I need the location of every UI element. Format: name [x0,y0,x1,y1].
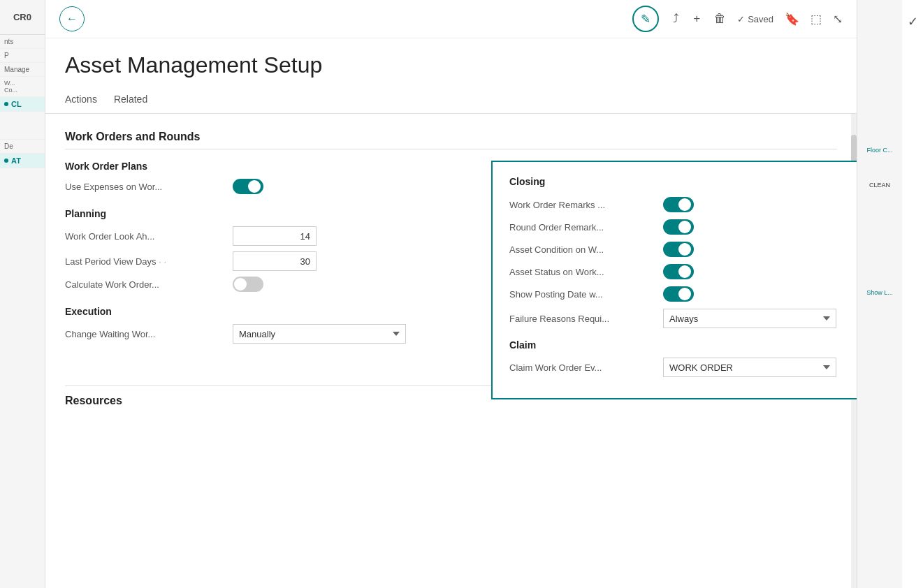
modal-pane: ← ✎ ⤴ + 🗑 ✓ Saved [45,0,857,588]
work-order-plans-section: Work Order Plans Use Expenses on Wor... [65,161,484,194]
share-icon: ⤴ [673,12,679,26]
bg-nav-dot-cl [4,102,8,106]
calculate-work-order-knob [234,278,247,291]
use-expenses-label: Use Expenses on Wor... [65,182,233,192]
failure-reasons-value: Always Never Optional [663,309,857,328]
share-button[interactable]: ⤴ [673,12,679,26]
asset-condition-knob [678,243,691,256]
claim-work-order-label: Claim Work Order Ev... [509,362,663,373]
work-order-look-ah-input[interactable] [233,226,317,246]
claim-work-order-value: WORK ORDER CLAIM [663,358,857,377]
bg-nav-row-1: nts [0,35,45,49]
bg-nav-row-wo: W...Co... [0,77,45,97]
asset-condition-field: Asset Condition on W... [509,242,857,257]
delete-icon: 🗑 [714,12,726,26]
bookmark-button[interactable]: 🔖 [785,12,799,27]
failure-reasons-select[interactable]: Always Never Optional [663,309,836,328]
closing-panel: Closing Work Order Remarks ... Round Ord… [491,161,857,399]
last-period-view-days-value [233,251,484,271]
asset-condition-toggle[interactable] [663,242,694,257]
work-order-look-ah-label: Work Order Look Ah... [65,231,233,242]
tab-actions[interactable]: Actions [65,87,97,113]
bg-nav-row-at[interactable]: AT [0,154,45,168]
execution-section: Execution Change Waiting Wor... Manually… [65,306,484,344]
claim-work-order-field: Claim Work Order Ev... WORK ORDER CLAIM [509,358,857,377]
far-right-check: ✓ [902,0,923,588]
asset-condition-label: Asset Condition on W... [509,244,663,255]
content-area: Work Orders and Rounds Work Order Plans … [45,114,857,588]
asset-status-toggle[interactable] [663,264,694,279]
saved-indicator: ✓ Saved [737,14,773,24]
claim-work-order-select[interactable]: WORK ORDER CLAIM [663,358,836,377]
app-wrapper: CR0 nts P Manage W...Co... CL De AT [0,0,923,588]
tab-nav: Actions Related [45,87,857,114]
change-waiting-wor-field: Change Waiting Wor... Manually Automatic… [65,324,484,344]
asset-status-field: Asset Status on Work... [509,264,857,279]
saved-label: Saved [748,14,773,24]
show-posting-date-field: Show Posting Date w... [509,286,857,302]
work-order-remarks-label: Work Order Remarks ... [509,200,663,210]
page-title-area: Asset Management Setup [45,38,857,87]
show-posting-date-toggle[interactable] [663,286,694,302]
bg-right-item-clean: CLEAN [860,179,899,191]
show-posting-date-label: Show Posting Date w... [509,289,663,300]
calculate-work-order-label: Calculate Work Order... [65,279,233,290]
last-period-view-days-field: Last Period View Days · · [65,251,484,271]
asset-status-label: Asset Status on Work... [509,267,663,277]
bg-right-spacer-2 [860,197,899,281]
edit-button[interactable]: ✎ [632,6,659,32]
bg-nav-label-wo: W...Co... [4,80,17,94]
bg-logo-area: CR0 [0,0,45,35]
open-new-button[interactable]: ⬚ [811,12,822,27]
change-waiting-wor-select[interactable]: Manually Automatically [233,324,406,344]
round-order-remark-toggle[interactable] [663,219,694,235]
asset-condition-value [663,242,857,257]
change-waiting-wor-label: Change Waiting Wor... [65,329,233,339]
calculate-work-order-field: Calculate Work Order... [65,277,484,292]
expand-icon: ⤡ [833,12,843,27]
open-new-icon: ⬚ [811,12,822,27]
back-icon: ← [66,13,78,25]
back-button[interactable]: ← [59,6,85,31]
bg-nav-row-empty [0,112,45,140]
failure-reasons-label: Failure Reasons Requi... [509,314,663,324]
round-order-remark-field: Round Order Remark... [509,219,857,235]
planning-heading: Planning [65,208,484,219]
far-checkmark-icon: ✓ [908,14,918,29]
claim-section: Claim Claim Work Order Ev... WORK ORDER … [509,339,857,377]
work-order-look-ah-value [233,226,484,246]
bg-logo: CR0 [13,12,31,22]
form-left-column: Work Order Plans Use Expenses on Wor... [65,161,498,358]
work-order-plans-heading: Work Order Plans [65,161,484,172]
bg-nav-row-manage: Manage [0,63,45,77]
round-order-remark-knob [678,221,691,233]
bg-nav-label-manage: Manage [4,66,29,73]
use-expenses-toggle[interactable] [233,179,263,194]
round-order-remark-label: Round Order Remark... [509,222,663,233]
bg-right-item-show-l[interactable]: Show L... [860,286,899,299]
bg-nav-label-cl: CL [11,100,22,108]
form-row-layout: Work Order Plans Use Expenses on Wor... [65,161,837,358]
bg-right-item-floor[interactable]: Floor C... [860,144,899,156]
tab-related[interactable]: Related [114,87,147,113]
bg-right-row-empty-1 [860,7,899,21]
add-button[interactable]: + [693,12,700,26]
bg-nav-row-2: P [0,49,45,63]
last-period-view-days-input[interactable] [233,251,317,271]
change-waiting-wor-value: Manually Automatically [233,324,484,344]
bg-right-panel: Floor C... CLEAN Show L... [857,0,902,588]
use-expenses-value [233,179,484,194]
expand-button[interactable]: ⤡ [833,12,843,27]
bg-nav-row-cl[interactable]: CL [0,97,45,112]
last-period-view-days-label: Last Period View Days · · [65,256,233,267]
planning-section: Planning Work Order Look Ah... Last Peri… [65,208,484,292]
show-posting-date-knob [678,288,691,300]
bg-nav-label-de: De [4,142,13,150]
bg-nav-row-de: De [0,140,45,154]
calculate-work-order-value [233,277,484,292]
work-order-look-ah-field: Work Order Look Ah... [65,226,484,246]
calculate-work-order-toggle[interactable] [233,277,263,292]
round-order-remark-value [663,219,857,235]
work-order-remarks-toggle[interactable] [663,197,694,212]
delete-button[interactable]: 🗑 [714,12,726,26]
